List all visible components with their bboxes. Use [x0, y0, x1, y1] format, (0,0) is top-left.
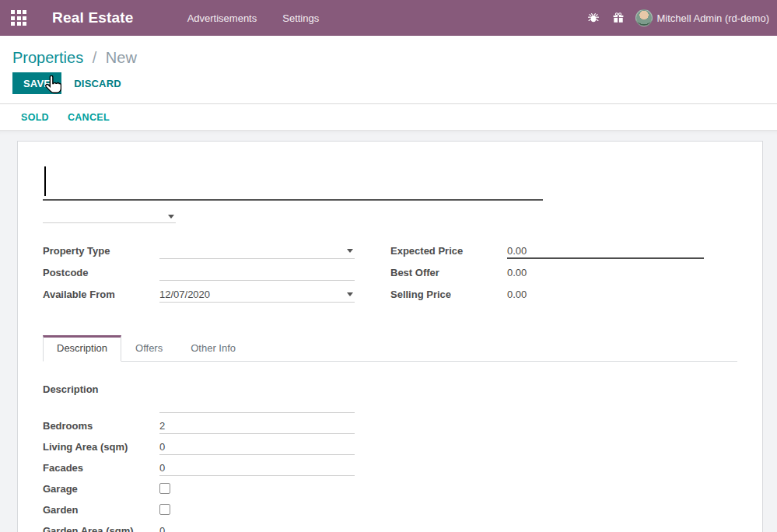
property-type-row: Property Type	[43, 243, 355, 259]
form-statusbar: SOLD CANCEL	[0, 104, 777, 131]
user-name: Mitchell Admin (rd-demo)	[657, 12, 770, 24]
breadcrumb-separator: /	[93, 49, 97, 66]
save-button[interactable]: SAVE	[12, 72, 61, 94]
control-panel: Properties / New SAVE DISCARD	[0, 36, 777, 104]
app-title[interactable]: Real Estate	[52, 9, 134, 26]
facades-input[interactable]	[159, 461, 345, 474]
bug-icon[interactable]	[581, 0, 606, 36]
living-area-row: Living Area (sqm)	[43, 439, 355, 455]
available-from-label: Available From	[43, 287, 159, 300]
facades-row: Facades	[43, 460, 355, 476]
postcode-row: Postcode	[43, 265, 355, 281]
property-type-input[interactable]	[159, 244, 345, 257]
sold-button[interactable]: SOLD	[21, 112, 49, 123]
best-offer-label: Best Offer	[390, 265, 507, 278]
garage-label: Garage	[43, 481, 159, 495]
property-name-input[interactable]	[43, 165, 543, 198]
tags-input[interactable]	[43, 212, 159, 223]
description-input[interactable]	[159, 398, 345, 411]
tags-dropdown-icon[interactable]	[168, 215, 174, 219]
postcode-input[interactable]	[159, 266, 345, 278]
expected-price-input[interactable]	[507, 244, 695, 257]
best-offer-row: Best Offer 0.00	[390, 265, 704, 281]
available-from-input[interactable]	[159, 288, 345, 300]
garden-area-label: Garden Area (sqm)	[43, 523, 159, 532]
living-area-input[interactable]	[159, 440, 345, 453]
tab-description[interactable]: Description	[43, 335, 121, 362]
form-view-background: Property Type Postcode Available From	[0, 131, 777, 532]
breadcrumb-properties-link[interactable]: Properties	[12, 49, 83, 66]
cancel-button[interactable]: CANCEL	[68, 112, 110, 123]
property-type-label: Property Type	[43, 243, 159, 257]
postcode-label: Postcode	[43, 265, 159, 278]
tags-field-wrapper	[43, 210, 176, 223]
facades-label: Facades	[43, 460, 159, 474]
apps-grid-glyph	[11, 10, 26, 26]
available-from-row: Available From	[43, 287, 355, 303]
selling-price-row: Selling Price 0.00	[390, 287, 704, 303]
text-cursor	[44, 166, 46, 196]
description-tab-content: Description Bedrooms	[43, 362, 737, 532]
tab-offers[interactable]: Offers	[121, 335, 177, 362]
menu-settings[interactable]: Settings	[281, 9, 320, 27]
available-from-dropdown-icon[interactable]	[347, 292, 353, 296]
garage-checkbox[interactable]	[159, 483, 170, 494]
discard-button[interactable]: DISCARD	[74, 78, 121, 89]
apps-grid-icon[interactable]	[0, 0, 37, 36]
garden-area-input[interactable]	[159, 524, 345, 532]
gift-icon[interactable]	[606, 0, 631, 36]
bedrooms-row: Bedrooms	[43, 418, 355, 434]
description-field-row	[43, 397, 355, 413]
tab-strip: Description Offers Other Info	[43, 335, 737, 362]
notebook: Description Offers Other Info Descriptio…	[43, 335, 737, 532]
selling-price-value: 0.00	[507, 287, 527, 300]
garden-label: Garden	[43, 502, 159, 516]
top-navbar: Real Estate Advertisements Settings	[0, 0, 777, 36]
menu-advertisements[interactable]: Advertisements	[186, 9, 259, 27]
garden-checkbox[interactable]	[159, 504, 170, 515]
avatar	[635, 9, 653, 26]
breadcrumb: Properties / New	[12, 47, 765, 68]
bedrooms-input[interactable]	[159, 419, 345, 432]
garden-area-row: Garden Area (sqm)	[43, 523, 355, 532]
selling-price-label: Selling Price	[390, 287, 507, 300]
living-area-label: Living Area (sqm)	[43, 439, 159, 453]
description-section-label: Description	[43, 383, 737, 396]
expected-price-row: Expected Price	[390, 243, 704, 259]
expected-price-label: Expected Price	[390, 243, 507, 257]
breadcrumb-current: New	[106, 49, 137, 66]
user-menu[interactable]: Mitchell Admin (rd-demo)	[635, 9, 770, 26]
best-offer-value: 0.00	[507, 265, 527, 278]
form-sheet: Property Type Postcode Available From	[17, 141, 763, 532]
tab-other-info[interactable]: Other Info	[177, 335, 250, 362]
garage-row: Garage	[43, 481, 355, 497]
description-field-spacer	[43, 397, 159, 399]
property-name-field-wrapper	[43, 165, 543, 201]
property-type-dropdown-icon[interactable]	[347, 249, 353, 253]
bedrooms-label: Bedrooms	[43, 418, 159, 432]
garden-row: Garden	[43, 502, 355, 518]
